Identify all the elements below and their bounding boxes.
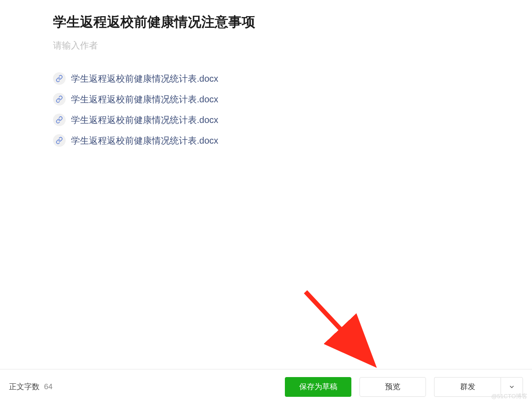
attachment-item[interactable]: 学生返程返校前健康情况统计表.docx [53,72,532,85]
footer-actions: 保存为草稿 预览 群发 [285,377,523,397]
annotation-arrow [297,283,395,382]
link-icon [53,134,66,147]
svg-line-1 [306,292,371,361]
attachment-name: 学生返程返校前健康情况统计表.docx [71,93,218,105]
attachment-item[interactable]: 学生返程返校前健康情况统计表.docx [53,114,532,126]
attachment-item[interactable]: 学生返程返校前健康情况统计表.docx [53,93,532,105]
editor-content: 学生返程返校前健康情况注意事项 请输入作者 学生返程返校前健康情况统计表.doc… [0,0,532,147]
chevron-down-icon [509,384,515,390]
footer-bar: 正文字数 64 保存为草稿 预览 群发 [0,369,532,404]
save-draft-button[interactable]: 保存为草稿 [285,377,351,397]
link-icon [53,114,66,126]
article-title[interactable]: 学生返程返校前健康情况注意事项 [53,13,532,31]
attachment-list: 学生返程返校前健康情况统计表.docx 学生返程返校前健康情况统计表.docx … [53,72,532,147]
author-input-placeholder[interactable]: 请输入作者 [53,40,532,52]
watermark: @51CTO博客 [491,392,528,400]
attachment-name: 学生返程返校前健康情况统计表.docx [71,73,218,84]
word-count: 正文字数 64 [9,382,53,392]
link-icon [53,93,66,105]
attachment-item[interactable]: 学生返程返校前健康情况统计表.docx [53,134,532,147]
link-icon [53,72,66,85]
attachment-name: 学生返程返校前健康情况统计表.docx [71,114,218,126]
attachment-name: 学生返程返校前健康情况统计表.docx [71,135,218,146]
preview-button[interactable]: 预览 [359,377,426,397]
word-count-label: 正文字数 [9,382,40,392]
word-count-value: 64 [44,382,53,391]
publish-button[interactable]: 群发 [434,377,501,397]
